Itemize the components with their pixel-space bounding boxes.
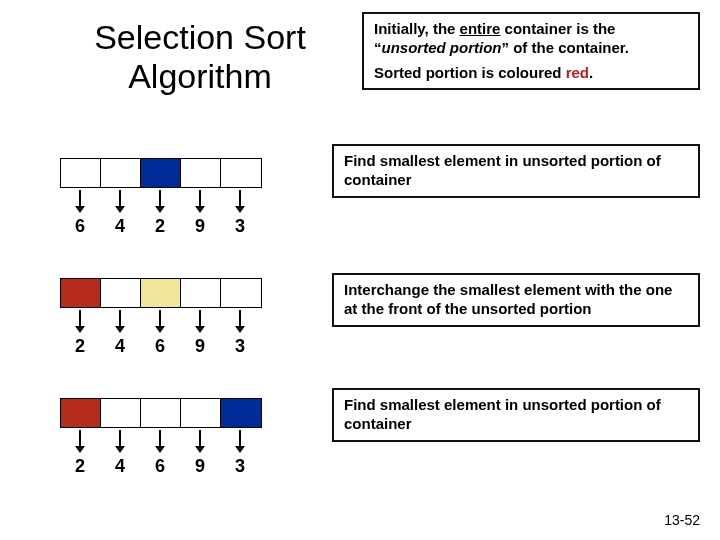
array-value: 6 [60,216,100,237]
arrow-down-icon [199,310,201,328]
array-block-2: 2 4 6 9 3 [60,278,262,357]
note-initial-entire: entire [460,20,501,37]
array-value: 3 [220,456,260,477]
arrow-down-icon [239,310,241,328]
array-2-cells [60,278,262,308]
array-value: 3 [220,336,260,357]
note-sorted-b: . [589,64,593,81]
note-initial-unsorted: unsorted portion [382,39,502,56]
arrow-down-icon [79,310,81,328]
arrow-down-icon [199,190,201,208]
array-value: 9 [180,216,220,237]
arrow-down-icon [199,430,201,448]
title-line-2: Algorithm [60,57,340,96]
note-initial-text-a: Initially, the [374,20,460,37]
array-cell [101,399,141,427]
array-3-arrows [60,428,262,456]
note-step-swap: Interchange the smallest element with th… [332,273,700,327]
array-value: 4 [100,336,140,357]
array-value: 2 [140,216,180,237]
array-cell [141,399,181,427]
array-value: 9 [180,456,220,477]
array-cell [141,159,181,187]
array-cell [221,399,261,427]
array-1-values: 6 4 2 9 3 [60,216,262,237]
array-cell [181,399,221,427]
array-cell [221,159,261,187]
note-initial-text-c: ” of the container. [502,39,630,56]
array-value: 6 [140,336,180,357]
note-sorted-a: Sorted portion is coloured [374,64,566,81]
array-3-values: 2 4 6 9 3 [60,456,262,477]
title-line-1: Selection Sort [60,18,340,57]
arrow-down-icon [79,430,81,448]
note-step-find-2: Find smallest element in unsorted portio… [332,388,700,442]
arrow-down-icon [239,190,241,208]
array-cell [221,279,261,307]
array-value: 9 [180,336,220,357]
arrow-down-icon [119,430,121,448]
note-step-swap-text: Interchange the smallest element with th… [344,281,672,317]
slide-number: 13-52 [664,512,700,528]
array-cell [181,279,221,307]
array-cell [61,159,101,187]
note-step-find-2-text: Find smallest element in unsorted portio… [344,396,661,432]
array-value: 4 [100,216,140,237]
array-cell [181,159,221,187]
note-sorted-red: red [566,64,589,81]
array-cell [141,279,181,307]
array-block-3: 2 4 6 9 3 [60,398,262,477]
arrow-down-icon [119,190,121,208]
note-initial: Initially, the entire container is the “… [362,12,700,90]
arrow-down-icon [159,430,161,448]
note-step-find-1-text: Find smallest element in unsorted portio… [344,152,661,188]
array-cell [61,399,101,427]
arrow-down-icon [79,190,81,208]
arrow-down-icon [159,190,161,208]
array-cell [101,279,141,307]
array-cell [61,279,101,307]
array-1-cells [60,158,262,188]
array-2-values: 2 4 6 9 3 [60,336,262,357]
arrow-down-icon [119,310,121,328]
array-block-1: 6 4 2 9 3 [60,158,262,237]
arrow-down-icon [159,310,161,328]
array-1-arrows [60,188,262,216]
array-2-arrows [60,308,262,336]
array-3-cells [60,398,262,428]
array-value: 6 [140,456,180,477]
array-cell [101,159,141,187]
array-value: 2 [60,456,100,477]
array-value: 4 [100,456,140,477]
array-value: 2 [60,336,100,357]
note-step-find-1: Find smallest element in unsorted portio… [332,144,700,198]
page-title: Selection Sort Algorithm [60,18,340,96]
array-value: 3 [220,216,260,237]
arrow-down-icon [239,430,241,448]
